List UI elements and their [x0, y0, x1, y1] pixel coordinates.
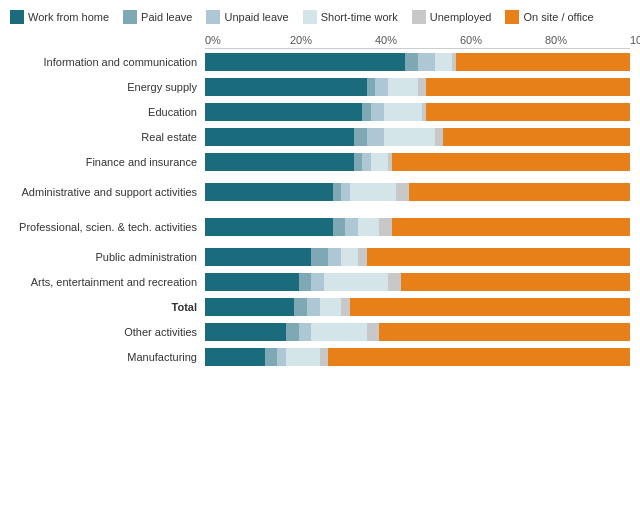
- bar-container: [205, 103, 630, 121]
- legend-swatch-short: [303, 10, 317, 24]
- bar-segment-short: [286, 348, 320, 366]
- legend-item: Work from home: [10, 10, 109, 24]
- legend-swatch-unpaid: [206, 10, 220, 24]
- bar-segment-wfh: [205, 248, 311, 266]
- bar-segment-paid: [265, 348, 278, 366]
- bar-segment-short: [435, 53, 452, 71]
- bar-segment-paid: [367, 78, 376, 96]
- bar-container: [205, 218, 630, 236]
- bar-segment-unpaid: [341, 183, 350, 201]
- bar-segment-onsite: [392, 153, 630, 171]
- bar-segment-short: [384, 128, 435, 146]
- bar-row-label: Finance and insurance: [10, 155, 205, 169]
- bar-segment-paid: [286, 323, 299, 341]
- bar-segment-unpaid: [345, 218, 358, 236]
- bar-row: Information and communication: [10, 51, 630, 73]
- bar-segment-unpaid: [311, 273, 324, 291]
- bar-row-label: Public administration: [10, 250, 205, 264]
- bar-segment-paid: [333, 183, 342, 201]
- bar-segment-wfh: [205, 348, 265, 366]
- bar-segment-unpaid: [362, 153, 371, 171]
- bar-row: Public administration: [10, 246, 630, 268]
- bar-segment-paid: [333, 218, 346, 236]
- bar-segment-onsite: [328, 348, 630, 366]
- bar-segment-unpaid: [307, 298, 320, 316]
- bar-row: Total: [10, 296, 630, 318]
- bar-container: [205, 78, 630, 96]
- bar-container: [205, 183, 630, 201]
- bar-segment-wfh: [205, 298, 294, 316]
- bar-row-label: Arts, entertainment and recreation: [10, 275, 205, 289]
- bar-segment-wfh: [205, 273, 299, 291]
- bar-row-label: Information and communication: [10, 55, 205, 69]
- bar-segment-onsite: [426, 78, 630, 96]
- legend-label: Short-time work: [321, 11, 398, 23]
- legend-swatch-unemp: [412, 10, 426, 24]
- bar-segment-short: [358, 218, 379, 236]
- bar-row: Energy supply: [10, 76, 630, 98]
- bar-segment-unemp: [388, 273, 401, 291]
- legend-swatch-onsite: [505, 10, 519, 24]
- bar-segment-wfh: [205, 183, 333, 201]
- legend-swatch-paid: [123, 10, 137, 24]
- bar-segment-short: [320, 298, 341, 316]
- bar-segment-onsite: [456, 53, 630, 71]
- bar-row: Arts, entertainment and recreation: [10, 271, 630, 293]
- bar-row: Professional, scien. & tech. activities: [10, 211, 630, 243]
- bar-segment-short: [324, 273, 388, 291]
- bar-segment-paid: [299, 273, 312, 291]
- bar-segment-short: [371, 153, 388, 171]
- bar-container: [205, 273, 630, 291]
- legend-label: Work from home: [28, 11, 109, 23]
- bar-segment-paid: [354, 128, 367, 146]
- legend-item: Short-time work: [303, 10, 398, 24]
- bar-segment-unemp: [358, 248, 367, 266]
- legend-label: On site / office: [523, 11, 593, 23]
- bar-container: [205, 323, 630, 341]
- legend-item: On site / office: [505, 10, 593, 24]
- bar-row: Administrative and support activities: [10, 176, 630, 208]
- bar-segment-unpaid: [371, 103, 384, 121]
- bar-segment-onsite: [350, 298, 631, 316]
- bar-segment-short: [341, 248, 358, 266]
- bar-row: Education: [10, 101, 630, 123]
- bar-segment-onsite: [401, 273, 631, 291]
- bar-segment-onsite: [409, 183, 630, 201]
- bar-segment-short: [311, 323, 366, 341]
- legend-label: Unpaid leave: [224, 11, 288, 23]
- bar-segment-unemp: [379, 218, 392, 236]
- bar-segment-onsite: [379, 323, 630, 341]
- bar-row-label: Administrative and support activities: [10, 185, 205, 199]
- bar-segment-short: [350, 183, 397, 201]
- bar-row-label: Professional, scien. & tech. activities: [10, 220, 205, 234]
- bar-segment-unemp: [341, 298, 350, 316]
- bar-row-label: Energy supply: [10, 80, 205, 94]
- bar-row-label: Education: [10, 105, 205, 119]
- bar-row: Finance and insurance: [10, 151, 630, 173]
- bar-segment-paid: [405, 53, 418, 71]
- bar-segment-wfh: [205, 218, 333, 236]
- bar-segment-wfh: [205, 153, 354, 171]
- bar-segment-short: [388, 78, 418, 96]
- axis-ticks: 0%20%40%60%80%100%: [205, 34, 630, 49]
- bar-segment-unemp: [367, 323, 380, 341]
- bar-container: [205, 153, 630, 171]
- bar-row-label: Real estate: [10, 130, 205, 144]
- bar-segment-unpaid: [299, 323, 312, 341]
- bar-segment-unpaid: [367, 128, 384, 146]
- legend-item: Unpaid leave: [206, 10, 288, 24]
- bar-segment-unemp: [320, 348, 329, 366]
- bar-segment-unpaid: [328, 248, 341, 266]
- bar-container: [205, 53, 630, 71]
- bar-segment-paid: [354, 153, 363, 171]
- bar-container: [205, 298, 630, 316]
- axis-row: 0%20%40%60%80%100%: [10, 34, 630, 49]
- bar-segment-unpaid: [277, 348, 286, 366]
- bar-segment-onsite: [443, 128, 630, 146]
- bar-row: Manufacturing: [10, 346, 630, 368]
- bar-container: [205, 248, 630, 266]
- legend-item: Paid leave: [123, 10, 192, 24]
- bar-segment-paid: [362, 103, 371, 121]
- bar-segment-unpaid: [418, 53, 435, 71]
- bar-container: [205, 348, 630, 366]
